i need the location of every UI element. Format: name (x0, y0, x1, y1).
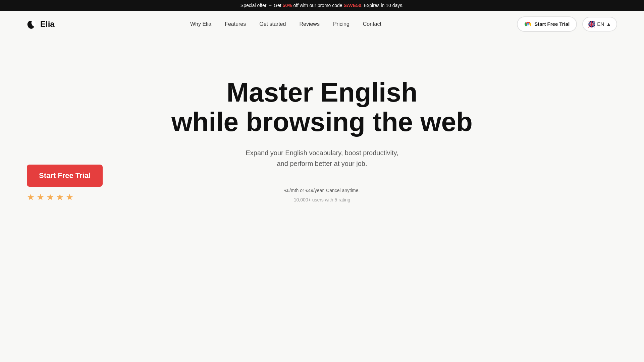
hero-meta: €6/mth or €49/year. Cancel anytime. 10,0… (284, 188, 360, 202)
logo-text: Elia (40, 19, 55, 29)
hero-subtitle-line2: and perform better at your job. (277, 160, 367, 167)
hero-title: Master English while browsing the web (171, 78, 473, 137)
banner-percent: 50% (283, 3, 292, 8)
top-banner: Special offer → Get 50% off with our pro… (0, 0, 644, 11)
pricing-note: €6/mth or €49/year. Cancel anytime. (284, 188, 360, 193)
banner-text-middle: off with our promo code (292, 3, 344, 8)
banner-text-after: . Expires in 10 days. (361, 3, 404, 8)
hero-subtitle: Expand your English vocabulary, boost pr… (246, 147, 398, 169)
nav-item-pricing[interactable]: Pricing (333, 21, 350, 27)
nav-item-why-elia[interactable]: Why Elia (190, 21, 211, 27)
nav-actions: Start Free Trial EN ▲ (517, 16, 617, 32)
nav-start-trial-label: Start Free Trial (534, 21, 570, 27)
hero-cta-area: Start Free Trial ★ ★ ★ ★ ★ (27, 165, 103, 202)
star-4: ★ (56, 192, 64, 202)
star-2: ★ (37, 192, 44, 202)
nav-item-reviews[interactable]: Reviews (299, 21, 319, 27)
hero-start-trial-label: Start Free Trial (39, 171, 91, 180)
hero-start-trial-button[interactable]: Start Free Trial (27, 165, 103, 187)
chrome-icon (524, 20, 532, 28)
banner-promo-code: SAVE50 (343, 3, 361, 8)
logo-icon (27, 19, 38, 29)
star-5: ★ (66, 192, 73, 202)
nav-item-features[interactable]: Features (225, 21, 246, 27)
navbar: Elia Why Elia Features Get started Revie… (0, 11, 644, 38)
nav-links: Why Elia Features Get started Reviews Pr… (190, 21, 381, 27)
nav-item-get-started[interactable]: Get started (259, 21, 286, 27)
star-1: ★ (27, 192, 35, 202)
stars-row: ★ ★ ★ ★ ★ (27, 192, 73, 202)
svg-point-4 (527, 23, 529, 25)
language-code: EN (597, 21, 604, 27)
nav-start-trial-button[interactable]: Start Free Trial (517, 16, 577, 32)
language-selector[interactable]: EN ▲ (582, 17, 617, 32)
nav-item-contact[interactable]: Contact (363, 21, 381, 27)
hero-title-line1: Master English (226, 77, 417, 107)
hero-title-line2: while browsing the web (171, 107, 473, 137)
language-chevron: ▲ (606, 21, 611, 27)
hero-section: Master English while browsing the web Ex… (0, 38, 644, 229)
star-3: ★ (46, 192, 54, 202)
flag-icon (588, 21, 595, 27)
rating-note: 10,000+ users with 5 rating (294, 197, 351, 202)
logo-link[interactable]: Elia (27, 19, 55, 29)
banner-text-before: Special offer → Get (240, 3, 283, 8)
hero-subtitle-line1: Expand your English vocabulary, boost pr… (246, 149, 398, 157)
